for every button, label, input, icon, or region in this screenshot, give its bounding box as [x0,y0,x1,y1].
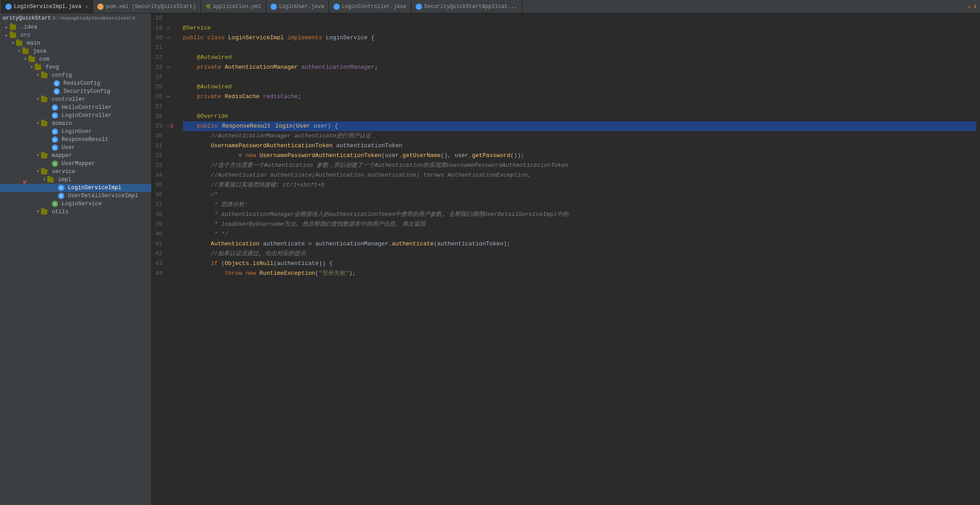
label-java: java [33,48,46,54]
code-line-33: //这个方法需要一个Authentication 参数，所以创建了一个Authe… [183,161,976,170]
folder-icon-java [22,49,29,54]
arrow-mapper: ▼ [35,153,41,158]
sidebar-item-UserDetailServiceImpl[interactable]: ▶ C UserDetailServiceImpl [0,192,151,200]
folder-icon-impl [47,177,54,182]
sidebar-item-LoginUser[interactable]: ▶ C LoginUser [0,128,151,136]
class-icon-LoginServiceImpl: C [58,185,64,191]
project-path: D:\kuangStudyJavaExercises\S [53,16,135,21]
label-idea: .idea [21,24,38,30]
sidebar-item-mapper[interactable]: ▼ mapper [0,152,151,160]
code-line-30: //AuthenticationManager authenticate进行用户… [183,131,976,141]
class-icon-LoginUser: C [52,128,58,135]
class-icon-HelloController: C [52,104,58,111]
label-HelloController: HelloController [62,104,112,111]
project-root[interactable]: urityQuickStart D:\kuangStudyJavaExercis… [0,13,151,23]
class-icon-UserDetailServiceImpl: C [58,193,64,199]
code-line-44: throw new RuntimeException("登录失败"); [183,269,976,278]
sidebar[interactable]: urityQuickStart D:\kuangStudyJavaExercis… [0,13,152,505]
main-layout: urityQuickStart D:\kuangStudyJavaExercis… [0,13,980,505]
tab-LoginServiceImpl[interactable]: LoginServiceImpl.java ✕ [1,0,93,13]
code-editor[interactable]: @Service public class LoginServiceImpl i… [179,13,980,505]
sidebar-item-UserMapper[interactable]: ▶ I UserMapper [0,160,151,168]
code-line-27 [183,102,976,112]
code-line-25: @Autowired [183,82,976,92]
arrow-utils: ▼ [35,210,41,214]
sidebar-item-idea[interactable]: ▶ .idea [0,23,151,31]
tab-LoginController[interactable]: LoginController.java [329,0,411,13]
label-LoginService: LoginService [62,201,102,207]
folder-icon-utils [41,209,47,215]
class-icon-RedisConfig: C [54,80,60,87]
code-line-20: public class LoginServiceImpl implements… [183,33,976,43]
tab-LoginUser[interactable]: LoginUser.java [266,0,329,13]
folder-icon-controller [41,97,47,102]
label-impl: impl [58,177,71,183]
project-name: urityQuickStart [3,15,51,21]
sidebar-item-com[interactable]: ▼ com [0,55,151,63]
arrow-domain: ▼ [35,121,41,126]
tab-pom[interactable]: pom.xml (SecurityQuickStart) [93,0,201,13]
label-main: main [27,40,40,46]
code-line-34: //Authentication authenticate(Authentica… [183,170,976,180]
tab-bar: LoginServiceImpl.java ✕ pom.xml (Securit… [0,0,980,13]
sidebar-item-User[interactable]: ▶ C User [0,144,151,152]
code-line-28: @Override [183,112,976,121]
label-domain: domain [52,120,72,127]
sidebar-item-utils[interactable]: ▼ utils [0,208,151,216]
sidebar-item-LoginController[interactable]: ▶ C LoginController [0,112,151,120]
tab-application[interactable]: 🌿 application.yml [201,0,266,13]
sidebar-item-ResponseResult[interactable]: ▶ C ResponseResult [0,136,151,144]
editor-content[interactable]: 18 19 20 21 22 23 24 25 26 27 28 29 30 3… [152,13,980,505]
label-mapper: mapper [52,153,72,159]
code-line-31: UsernamePasswordAuthenticationToken auth… [183,141,976,151]
sidebar-item-LoginService[interactable]: ▶ I LoginService [0,200,151,208]
sidebar-item-src[interactable]: ▶ src [0,31,151,39]
sidebar-item-config[interactable]: ▼ config [0,71,151,79]
arrow-java: ▼ [16,49,22,54]
class-icon-LoginController: C [52,112,58,119]
tab-SecurityQuickStart[interactable]: SecurityQuickStartApplicat... [411,0,522,13]
code-line-38: * authenticationManager会根据传入的authenticat… [183,210,976,219]
tab-label-SecurityQuickStart: SecurityQuickStartApplicat... [424,4,517,10]
sidebar-item-impl[interactable]: ▼ impl [0,176,151,184]
label-ResponseResult: ResponseResult [62,137,108,143]
sidebar-item-HelloController[interactable]: ▶ C HelloController [0,103,151,112]
sidebar-item-main[interactable]: ▼ main [0,39,151,47]
sidebar-item-domain[interactable]: ▼ domain [0,120,151,128]
arrow-com: ▼ [22,57,29,62]
tab-label-pom: pom.xml (SecurityQuickStart) [106,4,196,10]
tab-close-LoginServiceImpl[interactable]: ✕ [85,4,88,9]
sidebar-item-RedisConfig[interactable]: ▶ C RedisConfig [0,79,151,87]
tab-label-application: application.yml [213,4,261,10]
label-utils: utils [52,209,69,215]
sidebar-item-SecurityConfig[interactable]: ▶ C SecurityConfig [0,87,151,95]
sidebar-item-LoginServiceImpl[interactable]: ▶ C LoginServiceImpl ➜ [0,184,151,192]
folder-icon-idea [10,25,16,30]
code-line-22: @Autowired [183,53,976,62]
label-feng: feng [46,64,59,70]
label-LoginUser: LoginUser [62,128,92,135]
code-line-40: * */ [183,229,976,239]
warning-indicator: ⚠ 3 [967,4,980,9]
tab-label-LoginServiceImpl: LoginServiceImpl.java [14,4,81,10]
interface-icon-UserMapper: I [52,161,58,167]
folder-icon-com [29,57,35,62]
label-service: service [52,169,75,175]
sidebar-item-service[interactable]: ▼ service [0,168,151,176]
sidebar-item-java[interactable]: ▼ java [0,47,151,55]
class-icon-SecurityConfig: C [54,88,60,95]
sidebar-item-feng[interactable]: ▼ feng [0,63,151,71]
code-line-42: //如果认证没通过, 给出对应的提示 [183,249,976,259]
code-line-37: * 思路分析: [183,200,976,210]
code-line-18 [183,13,976,23]
folder-icon-src [10,33,16,38]
sidebar-item-controller[interactable]: ▼ controller [0,95,151,103]
code-line-32: = new UsernamePasswordAuthenticationToke… [183,151,976,161]
arrow-config: ▼ [35,73,41,78]
code-line-43: if (Objects.isNull(authenticate)) { [183,259,976,269]
code-line-29: public ResponseResult login(User user) { [183,121,976,131]
class-icon-ResponseResult: C [52,137,58,143]
interface-icon-LoginService: I [52,201,58,207]
label-UserDetailServiceImpl: UserDetailServiceImpl [68,193,138,199]
label-UserMapper: UserMapper [62,161,95,167]
